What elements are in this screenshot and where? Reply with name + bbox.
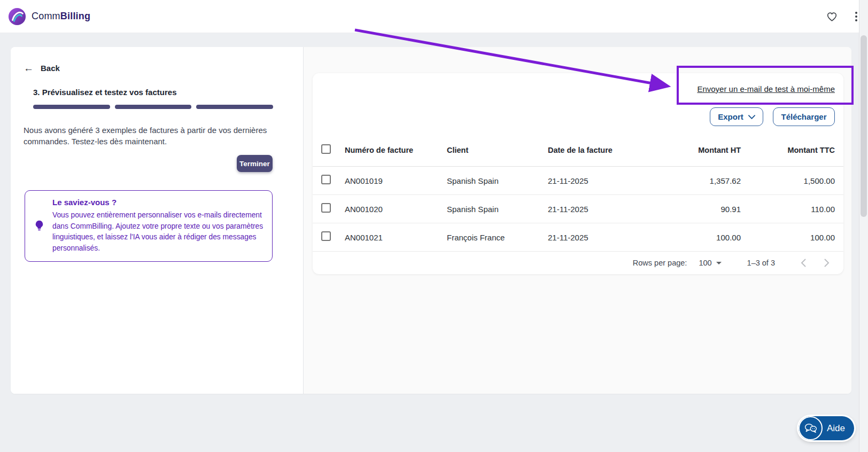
favorite-button[interactable] (826, 11, 838, 22)
brand-name: CommBilling (32, 11, 90, 22)
amount-ttc-cell: 100.00 (741, 233, 835, 242)
chevron-left-icon (801, 259, 806, 267)
step-progress-bar (33, 105, 273, 109)
table-pagination: Rows per page: 100 1–3 of 3 (313, 252, 843, 274)
table-header-row: Numéro de facture Client Date de la fact… (313, 130, 843, 167)
invoice-table: Numéro de facture Client Date de la fact… (313, 130, 843, 274)
amount-ht-cell: 1,357.62 (676, 176, 741, 185)
chat-bubbles-icon (799, 416, 823, 440)
chevron-right-icon (824, 259, 830, 267)
date-cell: 21-11-2025 (548, 176, 676, 185)
column-header: Numéro de facture (345, 146, 447, 154)
client-cell: Spanish Spain (447, 176, 548, 185)
invoice-number-cell: AN001021 (345, 233, 447, 242)
rows-per-page-label: Rows per page: (633, 259, 687, 267)
tip-title: Le saviez-vous ? (52, 198, 264, 207)
rows-per-page-value: 100 (699, 259, 711, 267)
heart-icon (826, 11, 838, 22)
step-description: Nous avons généré 3 exemples de factures… (24, 125, 269, 147)
download-button[interactable]: Télécharger (773, 107, 835, 126)
rows-per-page-select[interactable]: 100 (699, 259, 721, 267)
invoice-table-card: Envoyer un e-mail de test à moi-même Exp… (313, 73, 843, 274)
vertical-scrollbar[interactable] (859, 0, 868, 452)
help-button[interactable]: Aide (799, 416, 854, 440)
date-cell: 21-11-2025 (548, 205, 676, 214)
invoice-preview-panel: Envoyer un e-mail de test à moi-même Exp… (304, 47, 851, 394)
scrollbar-thumb[interactable] (861, 35, 867, 217)
column-header: Date de la facture (548, 146, 676, 154)
table-row: AN001019 Spanish Spain 21-11-2025 1,357.… (313, 167, 843, 195)
client-cell: Spanish Spain (447, 205, 548, 214)
progress-segment (115, 105, 192, 109)
select-all-checkbox[interactable] (321, 144, 331, 154)
row-checkbox[interactable] (321, 203, 331, 213)
tip-box: Le saviez-vous ? Vous pouvez entièrement… (25, 190, 273, 262)
column-header: Montant HT (676, 146, 741, 154)
progress-segment (33, 105, 110, 109)
amount-ht-cell: 100.00 (676, 233, 741, 242)
export-button[interactable]: Export (710, 107, 763, 126)
amount-ht-cell: 90.91 (676, 205, 741, 214)
back-arrow-icon: ← (24, 63, 34, 73)
lightbulb-icon (34, 219, 44, 233)
back-button[interactable]: ← Back (24, 63, 60, 73)
help-button-label: Aide (827, 423, 845, 434)
top-app-bar: CommBilling (0, 0, 868, 33)
table-row: AN001020 Spanish Spain 21-11-2025 90.91 … (313, 195, 843, 223)
brand: CommBilling (8, 7, 90, 26)
column-header: Montant TTC (741, 146, 835, 154)
export-button-label: Export (718, 112, 743, 121)
row-checkbox[interactable] (321, 231, 331, 241)
column-header: Client (447, 146, 548, 154)
date-cell: 21-11-2025 (548, 233, 676, 242)
table-row: AN001021 François France 21-11-2025 100.… (313, 223, 843, 252)
back-label: Back (41, 64, 60, 73)
invoice-number-cell: AN001020 (345, 205, 447, 214)
progress-segment (196, 105, 273, 109)
step-title: 3. Prévisualisez et testez vos factures (33, 88, 176, 97)
next-page-button[interactable] (822, 256, 832, 269)
send-test-email-link[interactable]: Envoyer un e-mail de test à moi-même (697, 84, 835, 93)
chevron-down-icon (748, 115, 755, 119)
wizard-panel: ← Back 3. Prévisualisez et testez vos fa… (11, 47, 304, 394)
caret-down-icon (716, 262, 722, 264)
main-content: ← Back 3. Prévisualisez et testez vos fa… (11, 47, 851, 394)
client-cell: François France (447, 233, 548, 242)
row-checkbox[interactable] (321, 175, 331, 184)
tip-body: Vous pouvez entièrement personnaliser vo… (52, 210, 264, 254)
amount-ttc-cell: 110.00 (741, 205, 835, 214)
invoice-number-cell: AN001019 (345, 176, 447, 185)
pagination-range: 1–3 of 3 (747, 259, 775, 267)
amount-ttc-cell: 1,500.00 (741, 176, 835, 185)
commbilling-logo-icon (8, 7, 26, 26)
finish-button[interactable]: Terminer (237, 155, 273, 172)
previous-page-button[interactable] (799, 256, 808, 269)
